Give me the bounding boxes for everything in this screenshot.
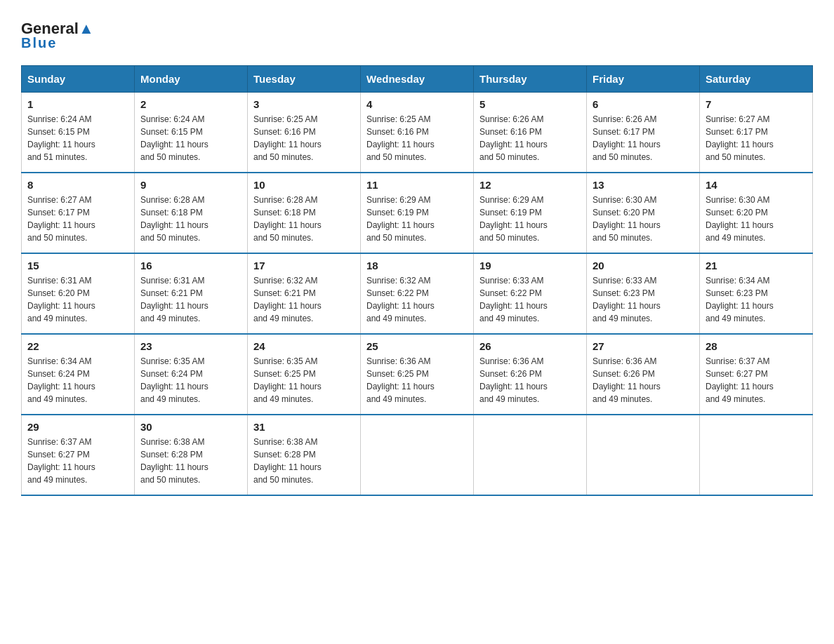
day-info: Sunrise: 6:35 AM Sunset: 6:24 PM Dayligh… [140, 355, 241, 405]
calendar-cell: 28 Sunrise: 6:37 AM Sunset: 6:27 PM Dayl… [700, 334, 813, 415]
calendar-cell: 15 Sunrise: 6:31 AM Sunset: 6:20 PM Dayl… [22, 253, 135, 334]
calendar-cell: 20 Sunrise: 6:33 AM Sunset: 6:23 PM Dayl… [587, 253, 700, 334]
day-info: Sunrise: 6:25 AM Sunset: 6:16 PM Dayligh… [366, 113, 468, 163]
day-info: Sunrise: 6:26 AM Sunset: 6:16 PM Dayligh… [479, 113, 581, 163]
day-number: 5 [479, 98, 581, 110]
weekday-wednesday: Wednesday [361, 66, 474, 93]
weekday-saturday: Saturday [700, 66, 813, 93]
day-number: 22 [27, 340, 128, 352]
page-header: General▲ Blue [21, 21, 813, 51]
day-number: 14 [706, 179, 807, 191]
calendar-cell: 22 Sunrise: 6:34 AM Sunset: 6:24 PM Dayl… [22, 334, 135, 415]
day-info: Sunrise: 6:27 AM Sunset: 6:17 PM Dayligh… [706, 113, 807, 163]
day-number: 25 [366, 340, 468, 352]
day-number: 27 [593, 340, 694, 352]
calendar-cell: 26 Sunrise: 6:36 AM Sunset: 6:26 PM Dayl… [474, 334, 587, 415]
weekday-sunday: Sunday [22, 66, 135, 93]
calendar-cell: 31 Sunrise: 6:38 AM Sunset: 6:28 PM Dayl… [248, 415, 361, 495]
calendar-cell [361, 415, 474, 495]
day-number: 10 [253, 179, 355, 191]
calendar-cell: 16 Sunrise: 6:31 AM Sunset: 6:21 PM Dayl… [135, 253, 248, 334]
calendar-cell: 29 Sunrise: 6:37 AM Sunset: 6:27 PM Dayl… [22, 415, 135, 495]
day-number: 4 [366, 98, 468, 110]
calendar-cell: 5 Sunrise: 6:26 AM Sunset: 6:16 PM Dayli… [474, 93, 587, 173]
day-info: Sunrise: 6:36 AM Sunset: 6:26 PM Dayligh… [479, 355, 581, 405]
weekday-monday: Monday [135, 66, 248, 93]
day-info: Sunrise: 6:34 AM Sunset: 6:23 PM Dayligh… [706, 274, 807, 325]
calendar-cell: 7 Sunrise: 6:27 AM Sunset: 6:17 PM Dayli… [700, 93, 813, 173]
day-number: 18 [366, 260, 468, 271]
calendar-cell: 8 Sunrise: 6:27 AM Sunset: 6:17 PM Dayli… [22, 173, 135, 253]
day-number: 29 [27, 421, 128, 433]
day-info: Sunrise: 6:34 AM Sunset: 6:24 PM Dayligh… [27, 355, 128, 405]
day-number: 8 [27, 179, 128, 191]
calendar-cell: 18 Sunrise: 6:32 AM Sunset: 6:22 PM Dayl… [361, 253, 474, 334]
day-info: Sunrise: 6:36 AM Sunset: 6:26 PM Dayligh… [593, 355, 694, 405]
day-info: Sunrise: 6:33 AM Sunset: 6:22 PM Dayligh… [479, 274, 581, 325]
day-number: 2 [140, 98, 241, 110]
day-info: Sunrise: 6:30 AM Sunset: 6:20 PM Dayligh… [706, 194, 807, 244]
day-number: 12 [479, 179, 581, 191]
calendar-cell: 17 Sunrise: 6:32 AM Sunset: 6:21 PM Dayl… [248, 253, 361, 334]
day-number: 1 [27, 98, 128, 110]
day-number: 11 [366, 179, 468, 191]
calendar-header: SundayMondayTuesdayWednesdayThursdayFrid… [22, 66, 813, 93]
logo: General▲ Blue [21, 21, 94, 51]
day-number: 30 [140, 421, 241, 433]
weekday-thursday: Thursday [474, 66, 587, 93]
calendar-cell: 24 Sunrise: 6:35 AM Sunset: 6:25 PM Dayl… [248, 334, 361, 415]
calendar-cell [474, 415, 587, 495]
day-info: Sunrise: 6:30 AM Sunset: 6:20 PM Dayligh… [593, 194, 694, 244]
day-number: 17 [253, 260, 355, 271]
day-number: 9 [140, 179, 241, 191]
day-info: Sunrise: 6:25 AM Sunset: 6:16 PM Dayligh… [253, 113, 355, 163]
calendar-cell: 4 Sunrise: 6:25 AM Sunset: 6:16 PM Dayli… [361, 93, 474, 173]
calendar-cell: 2 Sunrise: 6:24 AM Sunset: 6:15 PM Dayli… [135, 93, 248, 173]
day-number: 20 [593, 260, 694, 271]
calendar-cell: 30 Sunrise: 6:38 AM Sunset: 6:28 PM Dayl… [135, 415, 248, 495]
calendar-cell: 21 Sunrise: 6:34 AM Sunset: 6:23 PM Dayl… [700, 253, 813, 334]
day-number: 16 [140, 260, 241, 271]
day-info: Sunrise: 6:29 AM Sunset: 6:19 PM Dayligh… [366, 194, 468, 244]
logo-blue-text: Blue [21, 35, 57, 51]
day-number: 21 [706, 260, 807, 271]
calendar-cell [700, 415, 813, 495]
day-number: 15 [27, 260, 128, 271]
week-row-4: 22 Sunrise: 6:34 AM Sunset: 6:24 PM Dayl… [22, 334, 813, 415]
day-info: Sunrise: 6:37 AM Sunset: 6:27 PM Dayligh… [27, 436, 128, 486]
week-row-3: 15 Sunrise: 6:31 AM Sunset: 6:20 PM Dayl… [22, 253, 813, 334]
calendar-cell [587, 415, 700, 495]
day-number: 28 [706, 340, 807, 352]
day-number: 6 [593, 98, 694, 110]
calendar-cell: 19 Sunrise: 6:33 AM Sunset: 6:22 PM Dayl… [474, 253, 587, 334]
day-info: Sunrise: 6:28 AM Sunset: 6:18 PM Dayligh… [253, 194, 355, 244]
day-info: Sunrise: 6:27 AM Sunset: 6:17 PM Dayligh… [27, 194, 128, 244]
day-info: Sunrise: 6:38 AM Sunset: 6:28 PM Dayligh… [140, 436, 241, 486]
day-number: 19 [479, 260, 581, 271]
day-info: Sunrise: 6:29 AM Sunset: 6:19 PM Dayligh… [479, 194, 581, 244]
day-info: Sunrise: 6:37 AM Sunset: 6:27 PM Dayligh… [706, 355, 807, 405]
day-number: 31 [253, 421, 355, 433]
day-info: Sunrise: 6:31 AM Sunset: 6:21 PM Dayligh… [140, 274, 241, 325]
day-info: Sunrise: 6:38 AM Sunset: 6:28 PM Dayligh… [253, 436, 355, 486]
calendar-cell: 14 Sunrise: 6:30 AM Sunset: 6:20 PM Dayl… [700, 173, 813, 253]
day-number: 13 [593, 179, 694, 191]
day-info: Sunrise: 6:33 AM Sunset: 6:23 PM Dayligh… [593, 274, 694, 325]
calendar-cell: 10 Sunrise: 6:28 AM Sunset: 6:18 PM Dayl… [248, 173, 361, 253]
day-info: Sunrise: 6:32 AM Sunset: 6:22 PM Dayligh… [366, 274, 468, 325]
day-info: Sunrise: 6:32 AM Sunset: 6:21 PM Dayligh… [253, 274, 355, 325]
calendar-cell: 6 Sunrise: 6:26 AM Sunset: 6:17 PM Dayli… [587, 93, 700, 173]
calendar-cell: 13 Sunrise: 6:30 AM Sunset: 6:20 PM Dayl… [587, 173, 700, 253]
day-info: Sunrise: 6:26 AM Sunset: 6:17 PM Dayligh… [593, 113, 694, 163]
weekday-tuesday: Tuesday [248, 66, 361, 93]
day-number: 26 [479, 340, 581, 352]
day-number: 23 [140, 340, 241, 352]
calendar-cell: 12 Sunrise: 6:29 AM Sunset: 6:19 PM Dayl… [474, 173, 587, 253]
day-info: Sunrise: 6:28 AM Sunset: 6:18 PM Dayligh… [140, 194, 241, 244]
calendar-table: SundayMondayTuesdayWednesdayThursdayFrid… [21, 65, 813, 496]
calendar-cell: 23 Sunrise: 6:35 AM Sunset: 6:24 PM Dayl… [135, 334, 248, 415]
calendar-body: 1 Sunrise: 6:24 AM Sunset: 6:15 PM Dayli… [22, 93, 813, 496]
calendar-cell: 3 Sunrise: 6:25 AM Sunset: 6:16 PM Dayli… [248, 93, 361, 173]
day-info: Sunrise: 6:36 AM Sunset: 6:25 PM Dayligh… [366, 355, 468, 405]
weekday-row: SundayMondayTuesdayWednesdayThursdayFrid… [22, 66, 813, 93]
